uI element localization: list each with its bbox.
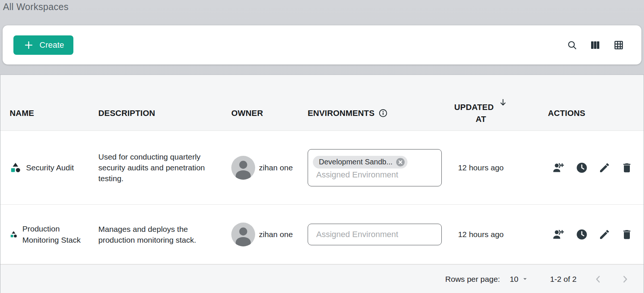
- toolbar: Create: [3, 25, 641, 64]
- delete-icon[interactable]: [621, 229, 633, 240]
- chevron-right-icon: [620, 280, 630, 286]
- owner-cell: zihan one: [231, 156, 308, 180]
- workspace-name: Production Monitoring Stack: [22, 223, 85, 246]
- column-header-description[interactable]: DESCRIPTION: [98, 108, 231, 118]
- updated-at-cell: 12 hours ago: [451, 163, 511, 172]
- environment-placeholder[interactable]: Assigned Environment: [313, 170, 437, 180]
- view-columns-icon[interactable]: [590, 40, 601, 51]
- workspace-icon: [10, 162, 21, 173]
- rows-per-page-value: 10: [510, 275, 518, 284]
- column-header-actions: ACTIONS: [511, 108, 644, 118]
- avatar: [231, 223, 255, 246]
- column-header-owner[interactable]: OWNER: [231, 108, 308, 118]
- description-cell: Manages and deploys the production monit…: [98, 224, 221, 245]
- owner-name: zihan one: [259, 163, 293, 172]
- page-title: All Workspaces: [3, 1, 644, 12]
- toolbar-icon-group: [567, 40, 624, 51]
- table-header-row: NAME DESCRIPTION OWNER ENVIRONMENTS UPDA…: [0, 75, 644, 131]
- workspaces-table: NAME DESCRIPTION OWNER ENVIRONMENTS UPDA…: [0, 75, 644, 293]
- name-cell: Security Audit: [0, 162, 98, 173]
- environments-cell: Assigned Environment: [308, 224, 451, 245]
- search-icon[interactable]: [567, 40, 577, 50]
- rows-per-page-select[interactable]: 10: [510, 275, 527, 284]
- create-button-label: Create: [39, 40, 64, 50]
- assigned-environment-combobox[interactable]: Assigned Environment: [308, 224, 442, 245]
- next-page-button[interactable]: [620, 274, 630, 284]
- environment-placeholder[interactable]: Assigned Environment: [313, 230, 437, 239]
- workspace-name: Security Audit: [26, 162, 74, 173]
- arrow-down-icon: [498, 98, 508, 107]
- history-icon[interactable]: [575, 161, 588, 174]
- description-cell: Used for conducting quarterly security a…: [98, 151, 221, 184]
- workspace-icon: [10, 230, 18, 238]
- table-row: Security Audit Used for conducting quart…: [0, 131, 644, 205]
- name-cell: Production Monitoring Stack: [0, 223, 98, 246]
- previous-page-button[interactable]: [593, 274, 603, 284]
- environments-cell: Development Sandb... Assigned Environmen…: [308, 149, 451, 186]
- chevron-down-icon: [522, 276, 528, 282]
- edit-icon[interactable]: [599, 162, 610, 174]
- person-icon: [231, 156, 255, 180]
- add-user-icon[interactable]: [552, 228, 565, 241]
- history-icon[interactable]: [575, 228, 588, 241]
- updated-at-cell: 12 hours ago: [451, 230, 511, 239]
- assigned-environment-combobox[interactable]: Development Sandb... Assigned Environmen…: [308, 149, 442, 186]
- spacer: [0, 64, 644, 75]
- actions-cell: [511, 161, 644, 174]
- environment-chip: Development Sandb...: [313, 156, 407, 168]
- column-header-environments[interactable]: ENVIRONMENTS: [308, 108, 451, 118]
- actions-cell: [511, 228, 644, 241]
- create-button[interactable]: Create: [13, 35, 73, 55]
- column-header-name[interactable]: NAME: [0, 108, 98, 118]
- owner-name: zihan one: [259, 230, 293, 239]
- column-header-updated-at[interactable]: UPDATED AT: [451, 102, 511, 125]
- owner-cell: zihan one: [231, 223, 308, 246]
- plus-icon: [24, 40, 34, 50]
- pagination-bar: Rows per page: 10 1-2 of 2: [0, 264, 644, 293]
- person-icon: [231, 223, 255, 246]
- edit-icon[interactable]: [599, 229, 610, 240]
- grid-icon[interactable]: [613, 40, 624, 51]
- page-header: All Workspaces: [0, 0, 644, 25]
- environment-chip-label: Development Sandb...: [319, 158, 393, 166]
- pagination-range: 1-2 of 2: [550, 275, 577, 284]
- chip-remove-icon[interactable]: [396, 157, 405, 167]
- chevron-left-icon: [593, 280, 603, 286]
- delete-icon[interactable]: [621, 162, 633, 174]
- info-icon[interactable]: [378, 108, 388, 118]
- rows-per-page-label: Rows per page:: [445, 275, 500, 284]
- add-user-icon[interactable]: [552, 161, 565, 174]
- avatar: [231, 156, 255, 180]
- table-row: Production Monitoring Stack Manages and …: [0, 205, 644, 264]
